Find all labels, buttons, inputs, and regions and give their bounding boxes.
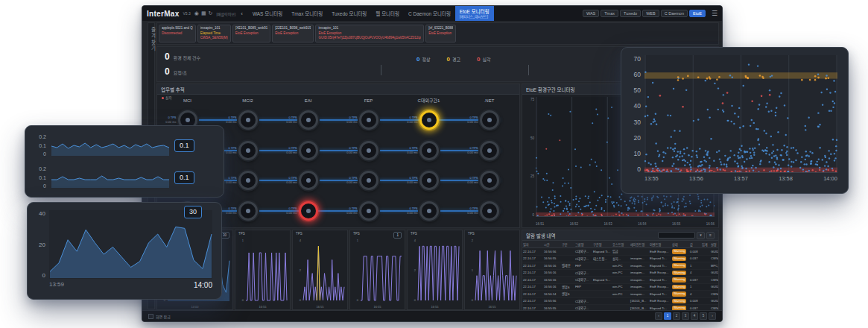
status-badge: Warning (672, 271, 686, 276)
alert-card[interactable]: [XE101_B089_web91EtoE Exception (232, 25, 271, 42)
search-input[interactable] (658, 232, 695, 239)
table-cell: 0.008 (689, 250, 701, 253)
biz-node[interactable] (359, 171, 378, 190)
node-metrics: 0 TPS0.00 ms (286, 116, 297, 124)
prev-page-button[interactable]: ‹ (655, 312, 662, 320)
table-row[interactable]: 22-10-1716:56:56C대외구...Elapsed Ti...임금Et… (522, 248, 718, 256)
table-row[interactable]: 22-10-1716:56:14헬덤Swin-PCimxapim...Elaps… (522, 291, 718, 298)
biz-node[interactable] (238, 171, 258, 190)
alert-card[interactable]: appleple.9021 and QDisconnected (159, 25, 196, 42)
titlebar-icons: ◉▦↻ (194, 10, 213, 16)
divider (381, 65, 381, 75)
biz-node[interactable] (238, 110, 258, 130)
value-badge: 0.1 (174, 171, 194, 184)
biz-node[interactable] (238, 201, 258, 221)
tab-5[interactable]: C Daemon 모니터링 (404, 6, 455, 21)
quick-button-c-daemon[interactable]: C Daemon (661, 10, 688, 17)
user-icon[interactable]: ◉ (194, 10, 199, 16)
table-cell: EtoE Excep... (649, 271, 671, 274)
mini-trend-row-1: 0.20.10 0.1 (33, 131, 216, 160)
quick-button-tuxedo[interactable]: Tuxedo (620, 10, 641, 17)
table-row[interactable]: 22-10-1716:56:16C대외구...Elapsed Ti...imxa… (522, 277, 718, 284)
status-badge: Warning (672, 249, 686, 254)
alert-card[interactable]: [22E101_B098_web919EtoE Exception (272, 25, 314, 42)
biz-node[interactable] (480, 141, 499, 160)
biz-node[interactable] (480, 171, 499, 190)
divider (528, 65, 529, 75)
spark-chart[interactable] (360, 239, 402, 302)
biz-cell: 0 TPS0.00 ms (338, 196, 399, 227)
tab-label: Tuxedo 모니터링 (332, 10, 367, 17)
page-button-1[interactable]: 1 (664, 312, 671, 320)
page-button-2[interactable]: 2 (673, 312, 680, 320)
biz-node[interactable] (419, 110, 439, 130)
biz-node[interactable] (419, 201, 439, 221)
biz-node[interactable] (299, 171, 318, 190)
business-columns: MCIMCI2EAIFEPC대외구간1.NET (157, 95, 519, 105)
table-cell: 헬덤S (561, 291, 574, 296)
spark-chart[interactable] (302, 239, 345, 302)
node-metrics: 0 TPS0.00 ms (226, 146, 236, 155)
layout-icon[interactable]: ▦ (201, 10, 206, 16)
status-cell: Warning (671, 291, 689, 297)
page-button-3[interactable]: 3 (682, 312, 689, 320)
node-ms-label: 0.00 ms (226, 180, 236, 184)
tab-3[interactable]: Tuxedo 모니터링 (327, 6, 371, 21)
next-page-button[interactable]: › (709, 312, 716, 320)
page-button-5[interactable]: 5 (700, 312, 707, 320)
biz-node[interactable] (359, 141, 378, 160)
screen-lock-toggle[interactable]: 화면 잠금 (148, 314, 171, 319)
biz-node[interactable] (480, 110, 499, 130)
tab-1[interactable]: WAS 모니터링 (248, 6, 287, 21)
tab-4[interactable]: 웹 모니터링 (371, 6, 404, 21)
table-row[interactable]: 22-10-1716:56:16텔레모FEPwin-PCimxapim...El… (522, 262, 718, 270)
alarm-history-header: 알람 발생 내역 ▾ ≡ (522, 230, 718, 241)
quick-button-etoe[interactable]: EtoE (689, 10, 706, 17)
quick-button-web[interactable]: WEB (642, 10, 659, 17)
alert-message: EtoE Exception (275, 31, 311, 37)
list-button[interactable]: ≡ (706, 232, 715, 239)
biz-node[interactable] (299, 110, 318, 130)
status-count-label: 경고 (452, 56, 460, 63)
refresh-icon[interactable]: ↻ (209, 10, 213, 16)
biz-node[interactable] (299, 201, 318, 221)
quick-button-tmax[interactable]: Tmax (601, 10, 618, 17)
table-row[interactable]: 22-10-1716:56:16C대외구...win-PCimxapim...E… (522, 270, 718, 277)
column-header: 구분 (561, 242, 574, 247)
alert-card[interactable]: imxapim_101Elapsed TimeCWSA_SEN56(M) (197, 25, 231, 42)
biz-node[interactable] (359, 201, 378, 221)
spark-chart[interactable] (417, 239, 460, 302)
y-tick-label: 75 (530, 98, 534, 101)
y-tick-label: 0 (42, 272, 45, 279)
table-row[interactable]: 22-10-1716:56:55C대외구...테스트정...성지...imxap… (522, 256, 718, 263)
tab-2[interactable]: Tmax 모니터링 (287, 6, 327, 21)
alert-card[interactable]: [irf_63221_B088EtoE Exception (425, 25, 456, 42)
dropdown-button[interactable]: ▾ (697, 232, 705, 239)
hamburger-menu-icon[interactable]: ☰ (712, 10, 717, 17)
table-row[interactable]: 22-10-1716:55:56C대외구...[16101_B...EtoE E… (522, 298, 718, 306)
value-badge: 30 (184, 206, 202, 218)
table-cell: CWSA_... (710, 256, 718, 260)
node-ms-label: 0.00 ms (407, 211, 417, 215)
x-tick-label: 16:51 (536, 222, 544, 226)
tab-6[interactable]: EtoE 모니터링[에티너스_대시보드] (455, 6, 494, 21)
biz-node[interactable] (419, 141, 439, 160)
table-row[interactable]: 22-10-1716:56:16헬덤SFEPwin-PCimxapim...Et… (522, 284, 718, 291)
biz-node[interactable] (238, 141, 258, 160)
alert-card[interactable]: imxapim_101EtoE ExceptionGUID:05rij47e7j… (315, 25, 424, 42)
biz-node[interactable] (419, 171, 439, 190)
table-cell: GUID... (710, 285, 718, 288)
biz-node[interactable] (299, 141, 318, 160)
back-icon[interactable]: ‹ (239, 10, 244, 17)
quick-button-was[interactable]: WAS (583, 10, 599, 17)
biz-node[interactable] (480, 201, 499, 221)
checkbox-icon[interactable] (148, 314, 153, 319)
spark-chart[interactable] (245, 239, 288, 302)
biz-node[interactable] (359, 110, 378, 130)
tab-label: EtoE 모니터링 (460, 7, 490, 15)
node-ms-label: 0.00 ms (226, 211, 236, 215)
page-button-4[interactable]: 4 (691, 312, 698, 320)
status-cell: Warning (671, 271, 689, 276)
spark-chart[interactable] (475, 239, 517, 302)
table-cell: EtoE Excep... (649, 285, 671, 288)
